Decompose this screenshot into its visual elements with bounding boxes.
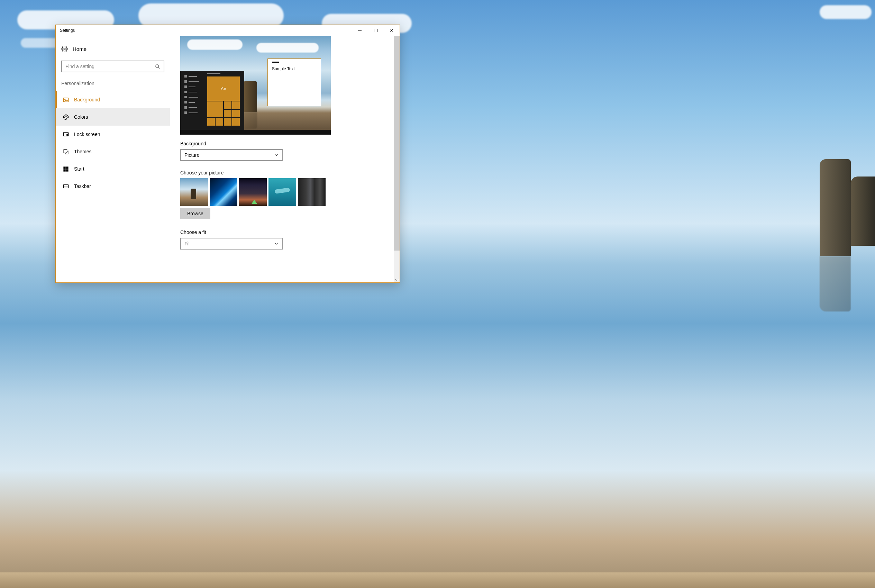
svg-rect-1 bbox=[375, 29, 378, 32]
svg-point-5 bbox=[156, 64, 159, 68]
gear-icon bbox=[61, 46, 68, 52]
background-value: Picture bbox=[184, 152, 200, 158]
start-icon bbox=[63, 166, 69, 172]
maximize-button[interactable] bbox=[368, 25, 384, 36]
background-dropdown[interactable]: Picture bbox=[180, 149, 283, 161]
chevron-down-icon bbox=[274, 153, 279, 157]
svg-line-6 bbox=[158, 67, 159, 69]
svg-point-9 bbox=[64, 117, 65, 117]
background-label: Background bbox=[180, 141, 389, 146]
choose-picture-label: Choose your picture bbox=[180, 170, 389, 176]
fit-dropdown[interactable]: Fill bbox=[180, 238, 283, 249]
picture-thumb-5[interactable] bbox=[298, 178, 325, 206]
nav-lock-screen[interactable]: Lock screen bbox=[56, 126, 170, 143]
nav-label: Colors bbox=[74, 114, 88, 120]
scrollbar-thumb[interactable] bbox=[394, 36, 400, 250]
svg-rect-14 bbox=[67, 134, 68, 135]
preview-sample-window: Sample Text bbox=[267, 58, 321, 106]
desktop-wallpaper: Settings Home bbox=[0, 0, 875, 588]
browse-button[interactable]: Browse bbox=[180, 208, 210, 219]
nav-colors[interactable]: Colors bbox=[56, 108, 170, 126]
svg-rect-16 bbox=[63, 166, 65, 168]
background-preview: Aa Sample Text bbox=[180, 36, 331, 135]
picture-thumbnails bbox=[180, 178, 389, 206]
preview-tile-aa: Aa bbox=[207, 76, 240, 101]
nav-label: Start bbox=[74, 166, 84, 172]
titlebar[interactable]: Settings bbox=[56, 25, 400, 36]
nav-taskbar[interactable]: Taskbar bbox=[56, 177, 170, 195]
lock-screen-icon bbox=[63, 131, 69, 138]
search-box[interactable] bbox=[61, 61, 164, 72]
svg-point-12 bbox=[67, 117, 68, 117]
picture-thumb-1[interactable] bbox=[180, 178, 208, 206]
home-label: Home bbox=[73, 46, 87, 52]
section-label: Personalization bbox=[56, 78, 170, 91]
settings-window: Settings Home bbox=[55, 25, 400, 283]
svg-rect-20 bbox=[63, 184, 68, 188]
nav-themes[interactable]: Themes bbox=[56, 143, 170, 160]
search-icon bbox=[155, 64, 160, 69]
nav-label: Background bbox=[74, 97, 100, 102]
home-button[interactable]: Home bbox=[56, 43, 170, 55]
minimize-button[interactable] bbox=[352, 25, 368, 36]
sidebar: Home Personalization Background Colors bbox=[56, 36, 170, 282]
scrollbar[interactable] bbox=[394, 36, 400, 282]
nav-label: Themes bbox=[74, 149, 92, 154]
picture-thumb-3[interactable] bbox=[239, 178, 267, 206]
svg-rect-19 bbox=[66, 169, 68, 171]
sample-text: Sample Text bbox=[272, 66, 295, 71]
close-button[interactable] bbox=[384, 25, 400, 36]
fit-value: Fill bbox=[184, 241, 191, 246]
picture-thumb-2[interactable] bbox=[210, 178, 237, 206]
nav-start[interactable]: Start bbox=[56, 160, 170, 177]
svg-point-8 bbox=[65, 99, 65, 99]
window-title: Settings bbox=[60, 28, 75, 33]
svg-rect-18 bbox=[63, 169, 65, 171]
preview-start-menu: Aa bbox=[180, 71, 244, 130]
content-area: Aa Sample Text Background Picture bbox=[170, 36, 400, 282]
svg-point-10 bbox=[65, 116, 66, 116]
picture-icon bbox=[63, 96, 69, 103]
nav-background[interactable]: Background bbox=[56, 91, 170, 108]
chevron-down-icon bbox=[274, 242, 279, 246]
svg-rect-17 bbox=[66, 166, 68, 168]
fit-label: Choose a fit bbox=[180, 230, 389, 235]
svg-point-11 bbox=[66, 116, 67, 116]
themes-icon bbox=[63, 148, 69, 155]
palette-icon bbox=[63, 114, 69, 120]
search-input[interactable] bbox=[65, 64, 155, 69]
picture-thumb-4[interactable] bbox=[268, 178, 296, 206]
scroll-down-icon[interactable] bbox=[395, 278, 399, 282]
nav-label: Lock screen bbox=[74, 132, 100, 137]
svg-point-4 bbox=[64, 48, 65, 50]
taskbar-icon bbox=[63, 183, 69, 190]
nav-label: Taskbar bbox=[74, 183, 91, 189]
